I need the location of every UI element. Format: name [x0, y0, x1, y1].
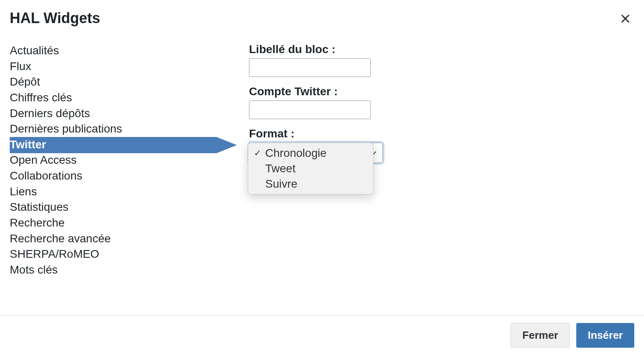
format-dropdown: Chronologie Tweet Suivre: [248, 143, 374, 195]
sidebar-item-recherche-avancee[interactable]: Recherche avancée: [10, 231, 237, 247]
sidebar-item-label: Mots clés: [10, 263, 58, 276]
sidebar-item-label: Open Access: [10, 154, 77, 166]
sidebar-item-dernieres-publications[interactable]: Dernières publications: [10, 121, 237, 137]
format-select-container: Chronologie Tweet Suivre: [249, 143, 383, 163]
modal-container: HAL Widgets Actualités Flux Dépôt Chiffr…: [0, 0, 644, 355]
sidebar-item-label: Collaborations: [10, 169, 82, 182]
modal-header: HAL Widgets: [0, 0, 644, 27]
block-label: Libellé du bloc :: [249, 43, 634, 56]
sidebar-item-label: Flux: [10, 60, 31, 73]
sidebar-item-label: Liens: [10, 185, 37, 198]
modal-body: Actualités Flux Dépôt Chiffres clés Dern…: [0, 27, 644, 315]
widget-sidebar: Actualités Flux Dépôt Chiffres clés Dern…: [10, 43, 237, 315]
sidebar-item-label: Derniers dépôts: [10, 107, 90, 120]
dropdown-item-label: Suivre: [265, 178, 297, 190]
insert-button[interactable]: Insérer: [576, 323, 634, 348]
sidebar-item-label: Actualités: [10, 44, 59, 57]
format-label: Format :: [249, 127, 634, 140]
sidebar-item-statistiques[interactable]: Statistiques: [10, 199, 237, 215]
sidebar-item-flux[interactable]: Flux: [10, 59, 237, 75]
sidebar-item-sherpa-romeo[interactable]: SHERPA/RoMEO: [10, 246, 237, 262]
sidebar-item-label: Twitter: [10, 138, 46, 151]
form-group-format: Format : Chronologie Tweet Suivre: [249, 127, 634, 163]
sidebar-item-label: Statistiques: [10, 201, 69, 213]
sidebar-item-label: Dernières publications: [10, 122, 122, 135]
sidebar-item-label: SHERPA/RoMEO: [10, 248, 99, 260]
close-icon: [620, 13, 631, 24]
dropdown-item-chronologie[interactable]: Chronologie: [248, 145, 373, 161]
block-label-input[interactable]: [249, 58, 371, 77]
sidebar-item-collaborations[interactable]: Collaborations: [10, 168, 237, 184]
twitter-account-input[interactable]: [249, 101, 371, 119]
twitter-label: Compte Twitter :: [249, 85, 634, 98]
sidebar-item-label: Dépôt: [10, 75, 40, 88]
form-area: Libellé du bloc : Compte Twitter : Forma…: [237, 43, 634, 315]
sidebar-item-derniers-depots[interactable]: Derniers dépôts: [10, 106, 237, 122]
sidebar-item-twitter[interactable]: Twitter: [10, 137, 237, 153]
dropdown-item-tweet[interactable]: Tweet: [248, 161, 373, 176]
cancel-button[interactable]: Fermer: [511, 323, 570, 348]
dropdown-item-suivre[interactable]: Suivre: [248, 176, 373, 192]
sidebar-item-label: Recherche: [10, 216, 64, 229]
form-group-block-label: Libellé du bloc :: [249, 43, 634, 77]
sidebar-item-open-access[interactable]: Open Access: [10, 152, 237, 168]
sidebar-item-liens[interactable]: Liens: [10, 184, 237, 200]
sidebar-item-label: Chiffres clés: [10, 91, 72, 104]
sidebar-item-recherche[interactable]: Recherche: [10, 215, 237, 231]
modal-title: HAL Widgets: [10, 10, 634, 27]
form-group-twitter: Compte Twitter :: [249, 85, 634, 119]
close-button[interactable]: [616, 10, 634, 28]
sidebar-item-label: Recherche avancée: [10, 232, 111, 245]
dropdown-item-label: Tweet: [265, 162, 296, 175]
modal-footer: Fermer Insérer: [0, 315, 644, 355]
dropdown-item-label: Chronologie: [265, 147, 326, 159]
sidebar-item-depot[interactable]: Dépôt: [10, 74, 237, 90]
sidebar-item-mots-cles[interactable]: Mots clés: [10, 262, 237, 278]
sidebar-item-actualites[interactable]: Actualités: [10, 43, 237, 59]
sidebar-item-chiffres-cles[interactable]: Chiffres clés: [10, 90, 237, 106]
